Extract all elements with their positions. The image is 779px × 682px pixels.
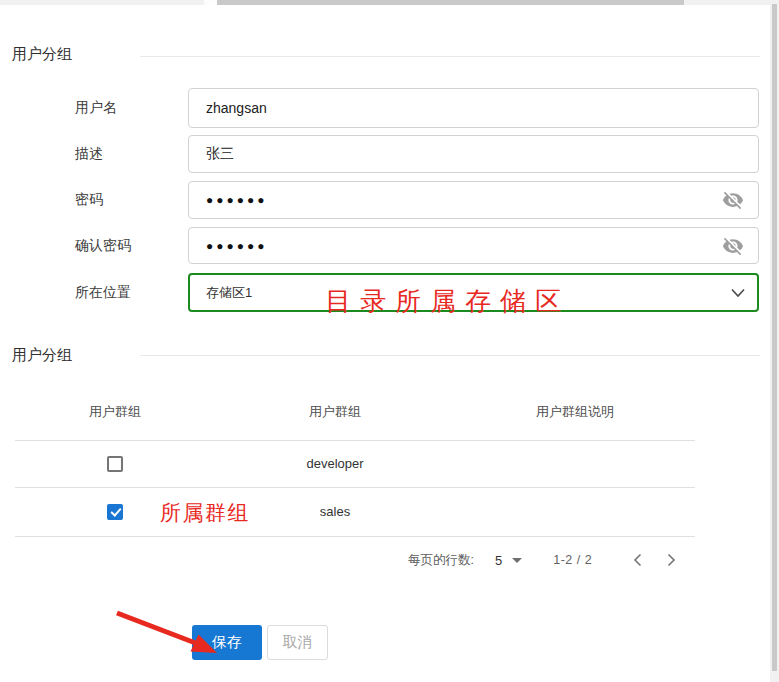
horizontal-scrollbar[interactable] — [0, 0, 770, 5]
cell-group-desc — [455, 440, 695, 487]
form-row-username: 用户名 zhangsan — [0, 88, 760, 128]
group-annotation-text: 所属群组 — [160, 499, 250, 527]
confirm-password-value: ●●●●●● — [206, 239, 268, 253]
username-label: 用户名 — [75, 88, 117, 128]
vertical-scrollbar-thumb[interactable] — [772, 4, 777, 671]
description-input[interactable]: 张三 — [188, 135, 759, 173]
table-row-sales: sales — [15, 487, 695, 536]
chevron-down-icon — [731, 288, 745, 297]
password-value: ●●●●●● — [206, 193, 268, 207]
horizontal-scrollbar-thumb[interactable] — [217, 0, 684, 5]
section-title-user-group: 用户分组 — [12, 45, 72, 64]
vertical-scrollbar[interactable] — [770, 0, 779, 682]
eye-slash-icon[interactable] — [722, 235, 744, 257]
password-input[interactable]: ●●●●●● — [188, 181, 759, 219]
save-button[interactable]: 保存 — [192, 625, 262, 660]
confirm-password-input[interactable]: ●●●●●● — [188, 227, 759, 264]
section-divider — [140, 355, 760, 356]
username-value: zhangsan — [206, 100, 267, 116]
description-value: 张三 — [206, 145, 234, 163]
cell-group-desc — [455, 487, 695, 536]
cell-checkbox — [15, 440, 215, 487]
group-checkbox-developer[interactable] — [107, 456, 123, 472]
pagination-bar: 每页的行数: 5 1-2 / 2 — [408, 546, 677, 574]
form-row-confirm-password: 确认密码 ●●●●●● — [0, 227, 760, 264]
chevron-right-icon[interactable] — [665, 553, 677, 567]
cell-group-name: sales — [215, 487, 455, 536]
header-checkbox-col: 用户群组 — [15, 384, 215, 440]
caret-down-icon[interactable] — [512, 558, 522, 563]
group-checkbox-sales[interactable] — [107, 504, 123, 520]
rows-per-page-value[interactable]: 5 — [495, 553, 502, 568]
page-range-text: 1-2 / 2 — [553, 553, 592, 567]
section-divider — [140, 56, 760, 57]
user-group-form-page: 用户分组 用户名 zhangsan 描述 张三 密码 ●●●●●● 确认密码 ●… — [0, 0, 779, 682]
description-label: 描述 — [75, 135, 103, 173]
section-title-user-group-2: 用户分组 — [12, 346, 72, 365]
chevron-left-icon[interactable] — [632, 553, 644, 567]
cancel-button[interactable]: 取消 — [267, 625, 328, 660]
table-row-developer: developer — [15, 440, 695, 487]
user-groups-table: 用户群组 用户群组 用户群组说明 developer sales — [15, 384, 695, 537]
header-group-desc-col: 用户群组说明 — [455, 384, 695, 440]
confirm-password-label: 确认密码 — [75, 227, 131, 264]
location-selected-value: 存储区1 — [206, 284, 252, 302]
rows-per-page-label: 每页的行数: — [408, 552, 474, 569]
password-label: 密码 — [75, 181, 103, 219]
form-row-description: 描述 张三 — [0, 135, 760, 173]
form-row-password: 密码 ●●●●●● — [0, 181, 760, 219]
cell-group-name: developer — [215, 440, 455, 487]
table-header-row: 用户群组 用户群组 用户群组说明 — [15, 384, 695, 440]
eye-slash-icon[interactable] — [722, 189, 744, 211]
horizontal-scrollbar-gap — [204, 0, 217, 5]
location-label: 所在位置 — [75, 273, 131, 312]
username-input[interactable]: zhangsan — [188, 88, 759, 128]
location-annotation-text: 目录所属存储区 — [325, 284, 570, 319]
header-group-name-col: 用户群组 — [215, 384, 455, 440]
